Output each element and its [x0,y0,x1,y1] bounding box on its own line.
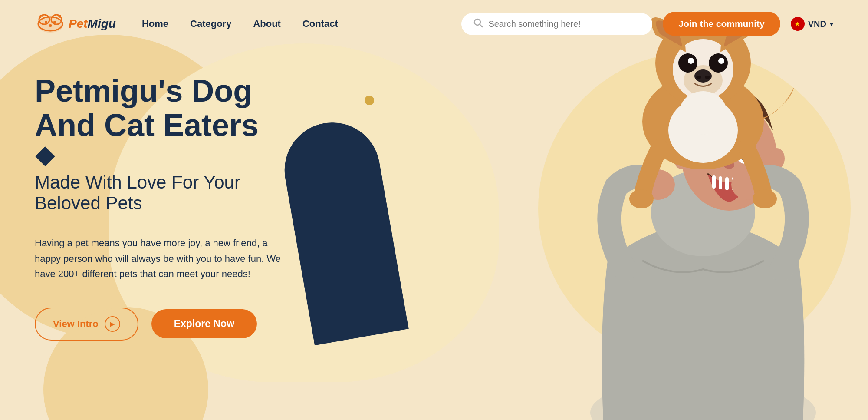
search-box [461,13,652,35]
currency-code: VND [808,19,826,29]
view-intro-button[interactable]: View Intro ▶ [35,308,138,341]
vnd-flag-icon: ★ [791,17,805,31]
logo[interactable]: PetMigu [35,13,116,35]
nav-link-category[interactable]: Category [190,18,231,30]
view-intro-label: View Intro [53,318,99,330]
nav-links: Home Category About Contact [142,18,462,30]
logo-text: PetMigu [69,17,116,31]
svg-line-8 [480,24,482,27]
svg-point-5 [53,21,56,23]
hero-illustration [391,0,868,420]
svg-point-32 [678,53,697,73]
svg-point-29 [694,69,712,83]
hero-title: Petmigu's Dog And Cat Eaters [35,74,295,163]
svg-point-34 [688,58,694,64]
hero-subtitle: Made With Love For Your Beloved Pets [35,172,295,214]
hero-image-area [391,0,868,420]
svg-point-6 [49,24,52,27]
svg-point-38 [679,91,727,135]
svg-point-37 [753,189,777,208]
svg-point-31 [705,76,710,79]
nav-link-contact[interactable]: Contact [302,18,338,30]
hero-description: Having a pet means you have more joy, a … [35,235,295,281]
currency-selector[interactable]: ★ VND ▾ [791,17,833,31]
logo-icon [35,13,66,35]
navbar: PetMigu Home Category About Contact Join… [0,0,868,48]
dot-decoration [365,96,374,105]
hero-section: Petmigu's Dog And Cat Eaters Made With L… [0,48,330,341]
svg-point-33 [709,53,728,73]
search-input[interactable] [488,19,640,29]
chevron-down-icon: ▾ [830,20,833,28]
svg-point-4 [45,21,47,23]
explore-now-button[interactable]: Explore Now [151,309,257,338]
play-icon: ▶ [105,316,120,332]
svg-point-30 [696,76,701,79]
search-icon [473,18,483,30]
diamond-icon [35,147,55,166]
nav-link-about[interactable]: About [253,18,281,30]
join-community-button[interactable]: Join the community [663,12,780,36]
nav-link-home[interactable]: Home [142,18,168,30]
svg-point-35 [718,58,724,64]
nav-right: Join the community ★ VND ▾ [461,12,833,36]
hero-buttons: View Intro ▶ Explore Now [35,308,295,341]
svg-point-36 [629,189,654,208]
